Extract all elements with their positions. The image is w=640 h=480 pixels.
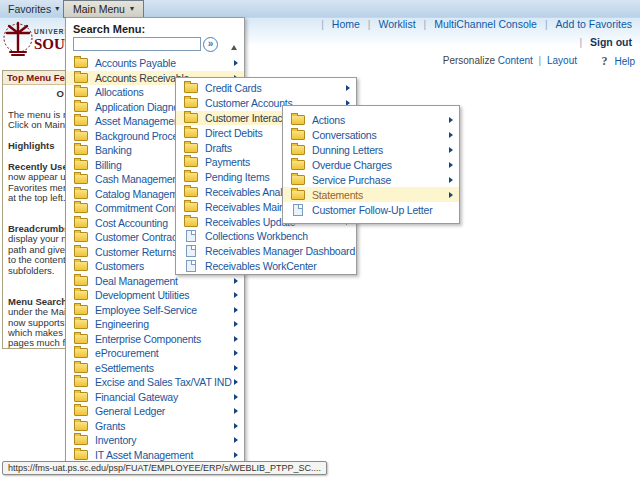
menu-item[interactable]: Statements	[283, 187, 459, 202]
folder-icon	[74, 160, 88, 170]
folder-icon	[184, 217, 198, 227]
submenu-arrow-icon	[449, 192, 453, 198]
pagelet-text-line: Click on Main M	[8, 120, 68, 130]
folder-icon	[74, 87, 88, 97]
menu-item-label: Cost Accounting	[95, 217, 168, 229]
menu-item[interactable]: Deal Management	[66, 274, 244, 289]
menu-item[interactable]: Overdue Charges	[283, 157, 459, 172]
pagelet-text-line: subfolders.	[8, 266, 68, 276]
menu-item-label: Billing	[95, 159, 122, 171]
pagelet-text-line	[8, 203, 68, 213]
menu-item-label: Commitment Control	[95, 202, 188, 214]
menu-item[interactable]: General Ledger	[66, 404, 244, 419]
submenu-arrow-icon	[234, 423, 238, 429]
header-nav-item: | Home	[313, 18, 360, 30]
folder-icon	[74, 203, 88, 213]
nav-link[interactable]: Worklist	[378, 18, 415, 30]
folder-icon	[74, 232, 88, 242]
document-icon	[186, 245, 196, 257]
folder-icon	[74, 435, 88, 445]
folder-icon	[74, 131, 88, 141]
folder-icon	[74, 421, 88, 431]
favorites-label: Favorites	[8, 3, 51, 15]
sign-out-link[interactable]: Sign out	[590, 36, 632, 48]
menu-item[interactable]: Engineering	[66, 317, 244, 332]
folder-icon	[74, 218, 88, 228]
menu-item[interactable]: Development Utilities	[66, 288, 244, 303]
nav-separator: |	[424, 19, 427, 30]
search-input[interactable]	[73, 37, 201, 51]
menu-item-label: Engineering	[95, 318, 149, 330]
menu-item-label: Excise and Sales Tax/VAT IND	[95, 376, 232, 388]
menu-item[interactable]: Customer Follow-Up Letter	[283, 202, 459, 217]
pagelet-text-line: at the top left.	[8, 193, 68, 203]
menu-item[interactable]: eProcurement	[66, 346, 244, 361]
menu-item[interactable]: Service Purchase	[283, 172, 459, 187]
pagelet-text-line: O	[8, 89, 68, 99]
document-icon	[186, 260, 196, 272]
folder-icon	[74, 363, 88, 373]
menu-item[interactable]: Receivables WorkCenter	[176, 259, 356, 274]
folder-icon	[184, 172, 198, 182]
menu-item-label: Collections Workbench	[205, 230, 308, 242]
menu-item[interactable]: Receivables Manager Dashboard	[176, 244, 356, 259]
menu-item[interactable]: Excise and Sales Tax/VAT IND	[66, 375, 244, 390]
menu-item[interactable]: Accounts Payable	[66, 56, 244, 71]
folder-icon	[291, 130, 305, 140]
customer-interactions-submenu: Actions Conversations Dunning Letters	[282, 105, 460, 224]
menu-item[interactable]: IT Asset Management	[66, 448, 244, 463]
menu-item-label: Receivables WorkCenter	[205, 260, 317, 272]
menu-item-label: Direct Debits	[205, 127, 263, 139]
menu-item-label: Statements	[312, 189, 363, 201]
document-icon	[293, 204, 303, 216]
menu-item-label: Grants	[95, 420, 125, 432]
folder-icon	[74, 334, 88, 344]
submenu-arrow-icon	[449, 117, 453, 123]
menu-item[interactable]: Dunning Letters	[283, 142, 459, 157]
menu-item[interactable]: Credit Cards	[176, 81, 356, 96]
menu-item[interactable]: Conversations	[283, 127, 459, 142]
folder-icon	[184, 128, 198, 138]
menu-item[interactable]: Enterprise Components	[66, 332, 244, 347]
menu-scroll-up-icon[interactable]	[231, 45, 237, 50]
pagelet-text-line: now appear un	[8, 172, 68, 182]
folder-icon	[74, 73, 88, 83]
menu-item-label: Inventory	[95, 434, 136, 446]
menu-item-label: General Ledger	[95, 405, 165, 417]
menu-item[interactable]: eSettlements	[66, 361, 244, 376]
menu-item-label: Customer Follow-Up Letter	[312, 204, 432, 216]
menu-item-label: Allocations	[95, 86, 144, 98]
nav-separator: |	[368, 19, 371, 30]
pagelet-text-line	[8, 276, 68, 286]
submenu-items: Actions Conversations Dunning Letters	[283, 106, 459, 217]
folder-icon	[291, 115, 305, 125]
pagelet-body: O The menu is no Click on Main M Highlig…	[3, 85, 68, 349]
menu-item-label: Cash Management	[95, 173, 181, 185]
nav-separator: |	[579, 37, 582, 48]
menu-item[interactable]: Inventory	[66, 433, 244, 448]
menu-item-label: Banking	[95, 144, 132, 156]
submenu-arrow-icon	[234, 278, 238, 284]
pagelet-text-line: Highlights	[8, 141, 68, 151]
favorites-button[interactable]: Favorites ▾	[8, 2, 59, 16]
folder-icon	[74, 116, 88, 126]
submenu-arrow-icon	[234, 60, 238, 66]
main-menu-label: Main Menu	[73, 3, 125, 15]
folder-icon	[291, 145, 305, 155]
nav-separator: |	[321, 19, 324, 30]
menu-item[interactable]: Employee Self-Service	[66, 303, 244, 318]
menu-item-label: Receivables Manager Dashboard	[205, 245, 355, 257]
menu-item-label: Customer Accounts	[205, 97, 293, 109]
menu-item[interactable]: Collections Workbench	[176, 229, 356, 244]
menu-item[interactable]: Actions	[283, 112, 459, 127]
main-menu-button[interactable]: Main Menu ▾	[63, 0, 144, 18]
nav-link[interactable]: Home	[332, 18, 360, 30]
menu-item[interactable]: Financial Gateway	[66, 390, 244, 405]
submenu-arrow-icon	[234, 292, 238, 298]
folder-icon	[74, 348, 88, 358]
submenu-arrow-icon	[449, 147, 453, 153]
menu-item-label: Employee Self-Service	[95, 304, 197, 316]
menu-item-label: Financial Gateway	[95, 391, 178, 403]
search-go-button[interactable]: »	[203, 37, 218, 52]
menu-item[interactable]: Grants	[66, 419, 244, 434]
